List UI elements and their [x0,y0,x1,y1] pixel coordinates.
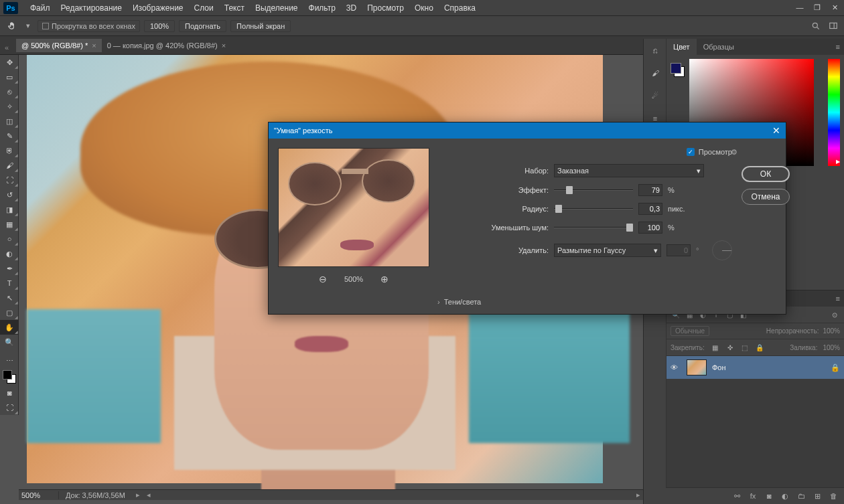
layer-mask-icon[interactable]: ◙ [764,491,774,501]
filter-toggle[interactable]: ⊙ [829,309,840,320]
preview-image[interactable] [278,148,429,267]
wand-tool[interactable]: ✧◢ [0,99,19,114]
layer-fx-icon[interactable]: fx [748,491,758,501]
layer-thumbnail[interactable] [687,359,707,375]
blend-mode-select[interactable]: Обычные [671,326,709,336]
scroll-all-windows-checkbox[interactable]: Прокрутка во всех окнах [38,20,140,32]
window-close-icon[interactable]: ✕ [829,3,841,12]
dialog-close-icon[interactable]: ✕ [772,125,780,136]
scroll-right-icon[interactable]: ▸ [634,491,643,499]
hue-strip[interactable]: ▶ [828,59,840,166]
layer-row[interactable]: 👁 Фон 🔒 [666,356,844,379]
fit-screen-button[interactable]: Подогнать [179,20,226,32]
zoom-in-icon[interactable]: ⊕ [380,274,389,284]
layer-group-icon[interactable]: 🗀 [796,491,806,501]
lock-pixels-icon[interactable]: ▦ [710,342,721,353]
color-swatches[interactable] [3,370,16,384]
eraser-tool[interactable]: ◨◢ [0,202,19,217]
dodge-tool[interactable]: ◐◢ [0,246,19,261]
window-minimize-icon[interactable]: — [794,3,806,12]
scroll-left-icon[interactable]: ◂ [144,491,153,499]
lock-all-icon[interactable]: 🔒 [754,342,765,353]
new-layer-icon[interactable]: ⊞ [812,491,823,501]
menu-edit[interactable]: Редактирование [56,3,127,13]
brushes-panel-icon[interactable]: 🖌 [644,62,666,84]
fill-value[interactable]: 100% [823,344,840,351]
adjustment-layer-icon[interactable]: ◐ [780,491,790,501]
lasso-tool[interactable]: ⎋◢ [0,84,19,99]
path-tool[interactable]: ↖◢ [0,290,19,305]
remove-select[interactable]: Размытие по Гауссу▾ [554,244,661,257]
dropdown-icon[interactable]: ▾ [23,21,33,31]
brush-tool[interactable]: 🖌◢ [0,158,19,173]
hand-tool[interactable]: ✋◢ [0,320,19,335]
ok-button[interactable]: ОК [742,166,790,182]
type-tool[interactable]: T◢ [0,276,19,290]
menu-layers[interactable]: Слои [189,3,219,13]
menu-3d[interactable]: 3D [341,3,362,13]
window-restore-icon[interactable]: ❐ [811,3,823,12]
layers-menu-icon[interactable]: ≡ [832,295,844,303]
radius-input[interactable] [638,203,662,215]
tab-color[interactable]: Цвет [666,39,697,55]
workspace-icon[interactable] [828,21,839,31]
screen-mode-icon[interactable]: ⛶◢ [0,400,19,415]
zoom-out-icon[interactable]: ⊖ [319,274,327,284]
cancel-button[interactable]: Отмена [742,189,790,205]
document-tab[interactable]: 0 — копия.jpg @ 420% (RGB/8#) × [102,39,231,52]
shadows-highlights-toggle[interactable]: › Тени/света [269,294,786,314]
opacity-value[interactable]: 100% [823,327,840,335]
pen-tool[interactable]: ✒◢ [0,261,19,276]
tab-scroll-left-icon[interactable]: « [0,39,13,52]
dialog-titlebar[interactable]: "Умная" резкость ✕ [269,122,786,139]
crop-tool[interactable]: ◫◢ [0,114,19,129]
quick-mask-icon[interactable]: ◙ [0,386,19,400]
tab-close-icon[interactable]: × [92,41,96,50]
gear-icon[interactable]: ⚙ [731,148,737,157]
link-layers-icon[interactable]: ⚯ [731,491,742,501]
history-panel-icon[interactable]: ⎌ [644,39,666,62]
search-icon[interactable] [811,21,821,31]
menu-window[interactable]: Окно [409,3,439,13]
marquee-tool[interactable]: ▭◢ [0,70,19,84]
radius-slider[interactable] [554,204,633,214]
status-zoom[interactable]: 500% [19,491,59,499]
amount-input[interactable] [638,184,662,196]
zoom-100-button[interactable]: 100% [144,20,175,32]
panel-menu-icon[interactable]: ≡ [832,43,844,51]
tab-swatches[interactable]: Образцы [697,39,741,55]
fullscreen-button[interactable]: Полный экран [230,20,291,32]
menu-help[interactable]: Справка [439,3,481,13]
eyedropper-tool[interactable]: ✎◢ [0,129,19,143]
gradient-tool[interactable]: ▦◢ [0,217,19,232]
menu-image[interactable]: Изображение [127,3,189,13]
move-tool[interactable]: ✥◢ [0,55,19,70]
adjustments-panel-icon[interactable]: ☄ [644,84,666,107]
visibility-icon[interactable]: 👁 [671,363,681,371]
menu-text[interactable]: Текст [219,3,250,13]
tab-close-icon[interactable]: × [222,41,226,50]
noise-input[interactable] [638,222,662,234]
zoom-tool[interactable]: 🔍 [0,335,19,349]
preview-checkbox[interactable]: ✓ [687,148,695,156]
lock-artboard-icon[interactable]: ⬚ [740,342,750,353]
stamp-tool[interactable]: ⛶◢ [0,173,19,187]
blur-tool[interactable]: ○◢ [0,232,19,246]
document-tab[interactable]: @ 500% (RGB/8#) * × [16,39,102,52]
delete-layer-icon[interactable]: 🗑 [828,491,839,501]
heal-tool[interactable]: ⛨◢ [0,143,19,158]
status-docinfo[interactable]: Док: 3,56M/3,56M [59,491,132,499]
history-brush-tool[interactable]: ↺◢ [0,187,19,202]
menu-view[interactable]: Просмотр [362,3,409,13]
lock-position-icon[interactable]: ✜ [725,342,735,353]
status-chevron-icon[interactable]: ▸ [132,491,144,499]
shape-tool[interactable]: ▢◢ [0,305,19,320]
amount-slider[interactable] [554,185,633,195]
angle-dial[interactable] [712,240,732,260]
edit-toolbar-icon[interactable]: ⋯ [0,353,19,368]
menu-select[interactable]: Выделение [250,3,303,13]
menu-file[interactable]: Файл [25,3,56,13]
menu-filter[interactable]: Фильтр [303,3,341,13]
noise-slider[interactable] [554,223,633,232]
preset-select[interactable]: Заказная▾ [554,164,704,177]
